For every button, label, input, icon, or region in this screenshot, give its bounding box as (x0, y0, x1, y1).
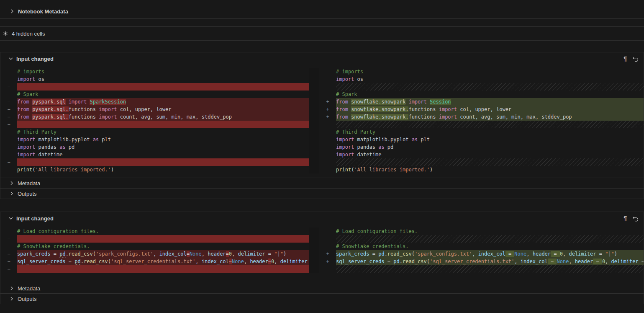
diff-gutter-sign (0, 228, 17, 235)
code-line-plain[interactable]: import os (0, 75, 309, 83)
code-line-del[interactable]: −sql_server_creds = pd.read_csv('sql_ser… (0, 258, 309, 265)
diff-gutter-sign (0, 166, 17, 173)
code-line-delblank[interactable]: − (0, 235, 309, 243)
chevron-right-icon (10, 191, 14, 196)
diff-gutter-sign: − (0, 98, 17, 106)
code-line-plain[interactable]: import datetime (319, 151, 644, 158)
original-code-pane[interactable]: # Load configuration files.−# Snowflake … (0, 228, 309, 273)
code-line-plain[interactable]: # Snowflake credentials. (319, 243, 644, 250)
diff-cell: Input changed ¶ # importsimport os−# Spa… (0, 52, 644, 199)
code-line-delblank[interactable]: − (0, 265, 309, 273)
chevron-right-icon (10, 286, 14, 290)
code-line-add[interactable]: +from snowflake.snowpark.functions impor… (319, 113, 644, 121)
modified-code-pane[interactable]: # importsimport os# Spark+from snowflake… (319, 68, 644, 173)
code-line-plain[interactable]: # Snowflake credentials. (0, 243, 309, 250)
code-line-del[interactable]: −spark_creds = pd.read_csv('spark_config… (0, 250, 309, 258)
diff-gutter-sign: + (319, 98, 336, 106)
code-line-plain[interactable]: # imports (0, 68, 309, 75)
notebook-metadata-label: Notebook Metadata (18, 8, 68, 15)
code-line-plain[interactable]: print('All libraries imported.') (0, 166, 309, 173)
diff-gutter-sign: − (0, 235, 17, 243)
diff-cell: Input changed ¶ # Load configuration fil… (0, 212, 644, 304)
code-line-plain[interactable]: import matplotlib.pyplot as plt (319, 136, 644, 143)
diff-gutter-sign (319, 166, 336, 173)
diff-gutter-sign (0, 243, 17, 250)
diff-gutter-sign: + (319, 250, 336, 258)
diff-gutter-sign (0, 75, 17, 83)
diff-gutter-sign (319, 243, 336, 250)
chevron-right-icon (10, 9, 14, 13)
code-line-plain[interactable]: # Load configuration files. (0, 228, 309, 235)
code-line-plain[interactable]: # Load configuration files. (319, 228, 644, 235)
cell-header[interactable]: Input changed ¶ (0, 212, 644, 225)
diff-gutter-sign (319, 228, 336, 235)
metadata-label: Metadata (18, 285, 40, 292)
diff-gutter-sign (0, 68, 17, 75)
code-line-plain[interactable]: import pandas as pd (319, 143, 644, 151)
code-line-delblank[interactable]: − (0, 83, 309, 91)
code-line-plain[interactable]: # Spark (0, 91, 309, 98)
outputs-section[interactable]: Outputs (0, 293, 644, 304)
code-line-del[interactable]: −from pyspark.sql.functions import col, … (0, 106, 309, 113)
diff-gutter-sign (0, 136, 17, 143)
diff-editor: # importsimport os−# Spark−from pyspark.… (0, 65, 644, 178)
chevron-down-icon (9, 57, 13, 61)
diff-gutter-sign: − (0, 106, 17, 113)
diff-gutter-sign (319, 83, 336, 91)
notebook-metadata-section[interactable]: Notebook Metadata (0, 4, 644, 19)
metadata-section[interactable]: Metadata (0, 178, 644, 188)
cell-header-label: Input changed (16, 56, 54, 62)
hidden-cells-row[interactable]: 4 hidden cells (0, 26, 644, 41)
diff-gutter-sign: + (319, 258, 336, 265)
code-line-plain[interactable]: # imports (319, 68, 644, 75)
revert-input-icon[interactable] (632, 215, 639, 222)
hidden-cells-icon (3, 31, 8, 36)
diff-gutter-sign (319, 121, 336, 128)
code-line-filler[interactable] (319, 235, 644, 243)
whitespace-icon[interactable]: ¶ (623, 56, 627, 62)
diff-gutter-sign (319, 75, 336, 83)
code-line-plain[interactable]: print('All libraries imported.') (319, 166, 644, 173)
chevron-down-icon (9, 216, 13, 220)
diff-gutter-sign (319, 265, 336, 273)
original-code-pane[interactable]: # importsimport os−# Spark−from pyspark.… (0, 68, 309, 173)
pane-divider[interactable] (309, 228, 319, 273)
outputs-section[interactable]: Outputs (0, 188, 644, 199)
diff-gutter-sign: − (0, 265, 17, 273)
code-line-plain[interactable]: import datetime (0, 151, 309, 158)
modified-code-pane[interactable]: # Load configuration files.# Snowflake c… (319, 228, 644, 273)
code-line-delblank[interactable]: − (0, 158, 309, 166)
code-line-add[interactable]: +from snowflake.snowpark import Session (319, 98, 644, 106)
diff-gutter-sign (319, 235, 336, 243)
code-line-plain[interactable]: import matplotlib.pyplot as plt (0, 136, 309, 143)
cell-header-label: Input changed (16, 215, 54, 222)
code-line-del[interactable]: −from pyspark.sql.functions import count… (0, 113, 309, 121)
metadata-label: Metadata (18, 180, 40, 186)
code-line-del[interactable]: −from pyspark.sql import SparkSession (0, 98, 309, 106)
revert-input-icon[interactable] (632, 56, 639, 62)
outputs-label: Outputs (18, 191, 37, 197)
code-line-plain[interactable]: # Third Party (319, 128, 644, 136)
diff-gutter-sign: − (0, 121, 17, 128)
pane-divider[interactable] (309, 68, 319, 173)
code-line-add[interactable]: +spark_creds = pd.read_csv('spark_config… (319, 250, 644, 258)
diff-gutter-sign (0, 128, 17, 136)
code-line-plain[interactable]: import pandas as pd (0, 143, 309, 151)
code-line-filler[interactable] (319, 158, 644, 166)
code-line-filler[interactable] (319, 121, 644, 128)
code-line-delblank[interactable]: − (0, 121, 309, 128)
code-line-filler[interactable] (319, 83, 644, 91)
metadata-section[interactable]: Metadata (0, 283, 644, 293)
code-line-plain[interactable]: # Third Party (0, 128, 309, 136)
code-line-filler[interactable] (319, 265, 644, 273)
diff-gutter-sign (0, 91, 17, 98)
whitespace-icon[interactable]: ¶ (623, 215, 627, 221)
code-line-plain[interactable]: import os (319, 75, 644, 83)
code-line-add[interactable]: +from snowflake.snowpark.functions impor… (319, 106, 644, 113)
diff-gutter-sign (0, 151, 17, 158)
diff-gutter-sign (319, 128, 336, 136)
chevron-right-icon (10, 181, 14, 185)
code-line-add[interactable]: +sql_server_creds = pd.read_csv('sql_ser… (319, 258, 644, 265)
code-line-plain[interactable]: # Spark (319, 91, 644, 98)
cell-header[interactable]: Input changed ¶ (0, 52, 644, 65)
